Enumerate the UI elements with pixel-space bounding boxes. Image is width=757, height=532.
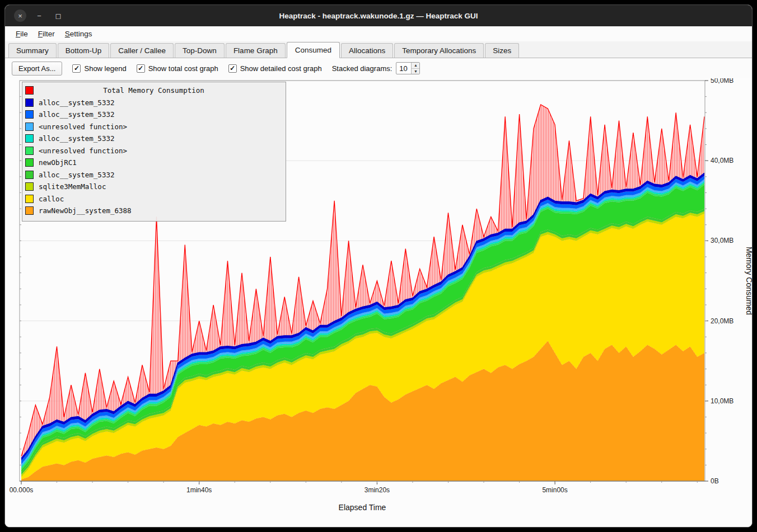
stacked-diagrams-value[interactable]: 10 [396,63,411,74]
legend-label: alloc__system_5332 [39,98,114,107]
y-tick-label: 40,0MB [711,157,733,164]
legend-item: alloc__system_5332 [25,133,282,145]
chart-area: 00.000s1min40s3min20s5min00s0B10,0MB20,0… [5,78,753,528]
y-tick-label: 20,0MB [711,317,733,325]
legend-item: newObjRC1 [25,157,282,169]
maximize-button[interactable]: ◻ [52,10,64,22]
y-axis-title: Memory Consumed [745,247,753,315]
legend-swatch [25,171,34,179]
legend-title-row: Total Memory Consumption [25,84,282,97]
window-title: Heaptrack - heaptrack.wakunode.1.gz — He… [5,12,752,20]
legend-item: sqlite3MemMalloc [25,181,282,193]
legend-item: calloc [25,193,282,205]
menu-settings[interactable]: Settings [60,28,97,40]
spin-up-button[interactable]: ▲ [412,63,419,69]
x-tick-label: 1min40s [186,486,212,494]
legend-label: <unresolved function> [39,123,127,131]
tab-top-down[interactable]: Top-Down [175,43,225,58]
legend-swatch [25,123,34,131]
stacked-diagrams-control: Stacked diagrams: 10 ▲ ▼ [332,62,420,74]
close-button[interactable]: × [14,10,26,22]
legend-swatch [25,98,34,107]
stacked-diagrams-label: Stacked diagrams: [332,64,392,73]
export-as-button[interactable]: Export As... [12,62,62,76]
legend-label: alloc__system_5332 [39,110,114,119]
checkbox-show-legend[interactable]: ✓Show legend [72,64,126,73]
y-tick-label: 10,0MB [711,397,733,405]
legend-label: alloc__system_5332 [39,171,114,179]
x-tick-label: 00.000s [10,486,34,494]
tab-sizes[interactable]: Sizes [485,43,519,58]
legend-label: <unresolved function> [39,147,127,155]
checkbox-box[interactable]: ✓ [228,64,237,73]
window-controls: × − ◻ [14,5,64,26]
checkbox-show-detailed-cost-graph[interactable]: ✓Show detailed cost graph [228,64,322,73]
legend-swatch [25,110,34,119]
titlebar: × − ◻ Heaptrack - heaptrack.wakunode.1.g… [5,5,752,26]
x-tick-label: 5min00s [542,486,567,494]
legend-label: newObjRC1 [39,158,77,167]
legend-swatch [25,134,34,143]
legend-item: rawNewObj__system_6388 [25,205,282,217]
legend-title: Total Memory Consumption [39,86,282,95]
stacked-diagrams-spinbox[interactable]: 10 ▲ ▼ [396,62,420,74]
checkbox-label: Show legend [84,64,126,73]
menu-filter[interactable]: Filter [33,28,60,40]
legend-item: <unresolved function> [25,121,282,133]
chart-legend: Total Memory Consumption alloc__system_5… [22,82,286,222]
checkbox-label: Show detailed cost graph [240,64,322,73]
legend-item: alloc__system_5332 [25,97,282,109]
x-axis-title: Elapsed Time [339,503,386,512]
tabbar: SummaryBottom-UpCaller / CalleeTop-DownF… [5,41,752,58]
y-tick-label: 50,0MB [711,78,733,84]
y-tick-label: 0B [711,477,719,485]
tab-temporary-allocations[interactable]: Temporary Allocations [394,43,484,58]
checkbox-box[interactable]: ✓ [137,64,145,73]
legend-label: calloc [39,195,64,203]
legend-item: alloc__system_5332 [25,109,282,121]
checkbox-group: ✓Show legend✓Show total cost graph✓Show … [72,64,321,73]
heaptrack-window: × − ◻ Heaptrack - heaptrack.wakunode.1.g… [4,4,753,528]
legend-label: rawNewObj__system_6388 [39,206,132,215]
x-tick-label: 3min20s [365,486,390,494]
spin-arrows: ▲ ▼ [411,63,419,74]
legend-swatch [25,195,34,203]
legend-title-swatch [25,86,34,95]
spin-down-button[interactable]: ▼ [412,69,419,74]
legend-label: sqlite3MemMalloc [39,182,106,191]
legend-swatch [25,182,34,191]
tab-summary[interactable]: Summary [8,43,57,58]
tab-allocations[interactable]: Allocations [341,43,393,58]
tab-caller-callee[interactable]: Caller / Callee [110,43,174,58]
tab-bottom-up[interactable]: Bottom-Up [58,43,110,58]
menubar: FileFilterSettings [5,26,752,41]
legend-swatch [25,147,34,155]
minimize-button[interactable]: − [33,10,45,22]
checkbox-show-total-cost-graph[interactable]: ✓Show total cost graph [137,64,218,73]
y-tick-label: 30,0MB [711,237,733,244]
checkbox-label: Show total cost graph [148,64,218,73]
menu-file[interactable]: File [11,28,33,40]
toolbar: Export As... ✓Show legend✓Show total cos… [5,58,752,78]
legend-item: <unresolved function> [25,145,282,157]
legend-item: alloc__system_5332 [25,169,282,181]
tab-flame-graph[interactable]: Flame Graph [226,43,286,58]
screen: × − ◻ Heaptrack - heaptrack.wakunode.1.g… [0,0,757,532]
legend-swatch [25,158,34,167]
legend-label: alloc__system_5332 [39,134,114,143]
checkbox-box[interactable]: ✓ [72,64,81,73]
legend-swatch [25,206,34,215]
tab-consumed[interactable]: Consumed [287,42,340,58]
